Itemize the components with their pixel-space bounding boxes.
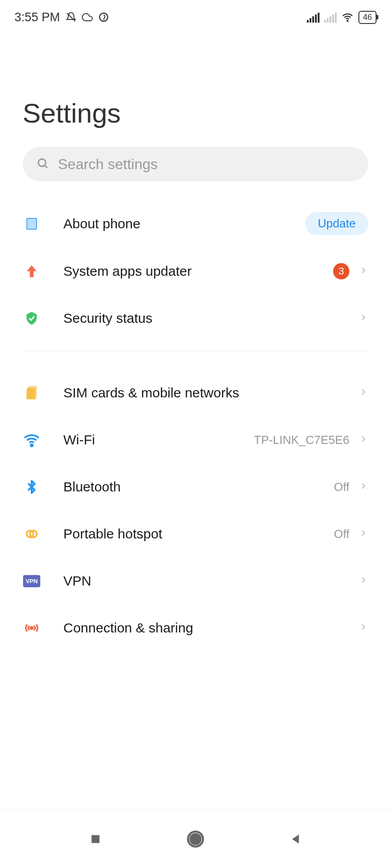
- bell-off-icon: [66, 12, 76, 23]
- item-label: VPN: [63, 573, 358, 589]
- arrow-up-icon: [23, 262, 41, 280]
- svg-rect-5: [27, 218, 36, 229]
- back-button[interactable]: [284, 828, 307, 850]
- svg-rect-10: [91, 835, 100, 843]
- search-input[interactable]: [58, 156, 355, 173]
- vpn-item[interactable]: VPN VPN: [0, 557, 391, 604]
- signal-icon-2: [324, 12, 337, 23]
- wifi-icon: [23, 431, 41, 449]
- hotspot-item[interactable]: Portable hotspot Off: [0, 510, 391, 557]
- svg-point-1: [100, 13, 108, 21]
- count-badge: 3: [333, 263, 349, 279]
- chevron-right-icon: [358, 622, 368, 634]
- update-badge[interactable]: Update: [305, 212, 368, 235]
- chevron-right-icon: [358, 528, 368, 540]
- about-phone-item[interactable]: About phone Update: [0, 199, 391, 248]
- item-label: About phone: [63, 216, 305, 231]
- item-label: Connection & sharing: [63, 620, 358, 636]
- vpn-icon: VPN: [23, 572, 41, 590]
- item-label: Security status: [63, 311, 358, 326]
- item-label: Wi-Fi: [63, 432, 254, 448]
- chevron-right-icon: [358, 434, 368, 446]
- recent-button[interactable]: [84, 828, 107, 850]
- chevron-right-icon: [358, 265, 368, 277]
- page-title: Settings: [0, 34, 391, 147]
- sim-icon: [23, 384, 41, 402]
- item-label: SIM cards & mobile networks: [63, 385, 358, 401]
- spacer: [0, 651, 391, 809]
- signal-icon-1: [307, 12, 319, 23]
- shield-icon: [23, 309, 41, 327]
- wifi-icon: [341, 12, 354, 23]
- item-value: TP-LINK_C7E5E6: [254, 433, 349, 447]
- svg-point-3: [38, 159, 46, 166]
- svg-point-2: [347, 20, 348, 21]
- chevron-right-icon: [358, 481, 368, 493]
- svg-point-12: [191, 834, 200, 844]
- wifi-item[interactable]: Wi-Fi TP-LINK_C7E5E6: [0, 416, 391, 463]
- search-icon: [36, 157, 49, 171]
- section-divider: [23, 351, 368, 351]
- pinterest-icon: [98, 12, 109, 23]
- item-label: Bluetooth: [63, 479, 334, 495]
- status-time: 3:55 PM: [14, 10, 60, 24]
- home-button[interactable]: [184, 828, 207, 850]
- battery-icon: 46: [358, 11, 377, 24]
- settings-list: About phone Update System apps updater 3…: [0, 199, 391, 651]
- nav-bar: [0, 809, 391, 868]
- item-value: Off: [334, 480, 349, 494]
- bluetooth-icon: [23, 478, 41, 496]
- chevron-right-icon: [358, 387, 368, 399]
- security-status-item[interactable]: Security status: [0, 295, 391, 342]
- connection-sharing-item[interactable]: Connection & sharing: [0, 604, 391, 651]
- sim-cards-item[interactable]: SIM cards & mobile networks: [0, 369, 391, 416]
- status-right: 46: [307, 11, 377, 24]
- phone-frame-icon: [23, 215, 41, 233]
- svg-point-6: [31, 444, 33, 447]
- chevron-right-icon: [358, 575, 368, 587]
- bluetooth-item[interactable]: Bluetooth Off: [0, 463, 391, 510]
- status-bar: 3:55 PM: [0, 0, 391, 34]
- system-updater-item[interactable]: System apps updater 3: [0, 248, 391, 295]
- svg-line-4: [45, 165, 48, 168]
- cloud-icon: [82, 12, 93, 23]
- item-value: Off: [334, 527, 349, 541]
- svg-point-9: [30, 627, 33, 629]
- item-label: Portable hotspot: [63, 526, 334, 542]
- search-container[interactable]: [23, 147, 368, 181]
- status-left: 3:55 PM: [14, 10, 109, 24]
- item-label: System apps updater: [63, 264, 333, 279]
- chevron-right-icon: [358, 312, 368, 324]
- connection-icon: [23, 619, 41, 637]
- hotspot-icon: [23, 525, 41, 543]
